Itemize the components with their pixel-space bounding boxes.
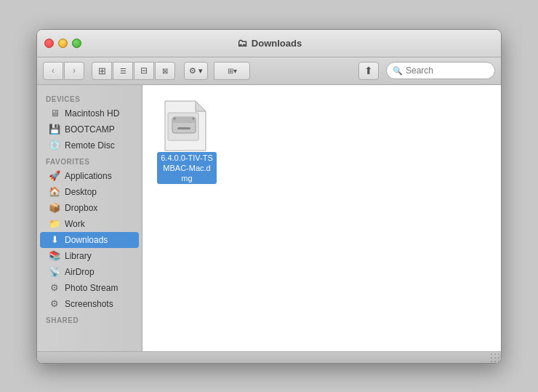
work-folder-icon: 📁 bbox=[49, 218, 60, 230]
titlebar: 🗂 Downloads bbox=[37, 30, 501, 57]
svg-marker-1 bbox=[196, 101, 206, 111]
search-icon: 🔍 bbox=[393, 66, 403, 76]
minimize-button[interactable] bbox=[58, 39, 68, 48]
sidebar-label-macintosh-hd: Macintosh HD bbox=[65, 108, 119, 119]
sidebar-label-dropbox: Dropbox bbox=[65, 203, 97, 213]
sidebar: DEVICES 🖥 Macintosh HD 💾 BOOTCAMP 💿 Remo… bbox=[37, 85, 142, 351]
icon-view-button[interactable]: ⊞ bbox=[92, 62, 112, 80]
sidebar-item-work[interactable]: 📁 Work bbox=[40, 216, 139, 232]
sidebar-label-photo-stream: Photo Stream bbox=[65, 283, 118, 293]
sidebar-label-work: Work bbox=[65, 219, 85, 229]
nav-buttons: ‹ › bbox=[43, 62, 84, 80]
airdrop-icon: 📡 bbox=[49, 266, 60, 278]
svg-point-6 bbox=[174, 117, 176, 119]
arrange-button-group: ⊞▾ bbox=[214, 62, 250, 80]
sidebar-label-downloads: Downloads bbox=[65, 235, 108, 245]
dmg-file-icon bbox=[162, 100, 209, 152]
file-item-dmg[interactable]: 6.4.0.0-TIV-TSMBAC-Mac.dmg bbox=[154, 97, 220, 188]
sidebar-label-airdrop: AirDrop bbox=[65, 267, 95, 277]
forward-button[interactable]: › bbox=[64, 62, 84, 80]
sidebar-label-screenshots: Screenshots bbox=[65, 299, 113, 309]
maximize-button[interactable] bbox=[72, 39, 81, 48]
library-icon: 📚 bbox=[49, 250, 60, 262]
applications-icon: 🚀 bbox=[49, 170, 60, 182]
sidebar-label-applications: Applications bbox=[65, 171, 112, 181]
dmg-icon-wrapper bbox=[162, 100, 212, 149]
desktop-icon: 🏠 bbox=[49, 186, 60, 198]
action-arrow-icon: ▾ bbox=[198, 66, 203, 76]
close-button[interactable] bbox=[44, 39, 54, 48]
sidebar-item-screenshots[interactable]: ⚙ Screenshots bbox=[40, 296, 139, 312]
window-resize-bar bbox=[37, 351, 501, 363]
sidebar-item-bootcamp[interactable]: 💾 BOOTCAMP bbox=[40, 121, 139, 137]
icon-view-icon: ⊞ bbox=[98, 65, 106, 76]
hard-drive-icon: 🖥 bbox=[49, 108, 60, 119]
main-area: DEVICES 🖥 Macintosh HD 💾 BOOTCAMP 💿 Remo… bbox=[37, 85, 501, 351]
content-area: 6.4.0.0-TIV-TSMBAC-Mac.dmg bbox=[142, 85, 501, 351]
screenshots-icon: ⚙ bbox=[49, 298, 60, 310]
sidebar-item-macintosh-hd[interactable]: 🖥 Macintosh HD bbox=[40, 105, 139, 121]
devices-label: DEVICES bbox=[37, 91, 142, 105]
sidebar-item-remote-disc[interactable]: 💿 Remote Disc bbox=[40, 137, 139, 153]
column-view-icon: ⊟ bbox=[140, 65, 148, 76]
file-label: 6.4.0.0-TIV-TSMBAC-Mac.dmg bbox=[157, 152, 217, 185]
dropbox-icon: 📦 bbox=[49, 202, 60, 214]
titlebar-folder-icon: 🗂 bbox=[236, 37, 248, 49]
coverflow-view-icon: ⊠ bbox=[162, 67, 168, 75]
disc-icon: 💿 bbox=[49, 140, 60, 151]
sidebar-item-desktop[interactable]: 🏠 Desktop bbox=[40, 184, 139, 200]
finder-window: 🗂 Downloads ‹ › ⊞ ☰ ⊟ ⊠ bbox=[36, 29, 502, 364]
arrange-button[interactable]: ⊞▾ bbox=[214, 62, 250, 80]
bootcamp-icon: 💾 bbox=[49, 124, 60, 135]
sidebar-item-library[interactable]: 📚 Library bbox=[40, 248, 139, 264]
window-title: Downloads bbox=[252, 38, 302, 49]
search-input[interactable] bbox=[406, 65, 489, 76]
sidebar-item-dropbox[interactable]: 📦 Dropbox bbox=[40, 200, 139, 216]
coverflow-view-button[interactable]: ⊠ bbox=[155, 62, 175, 80]
column-view-button[interactable]: ⊟ bbox=[134, 62, 154, 80]
sidebar-item-downloads[interactable]: ⬇ Downloads bbox=[40, 232, 139, 248]
sidebar-label-library: Library bbox=[65, 251, 92, 261]
sidebar-label-remote-disc: Remote Disc bbox=[65, 140, 115, 151]
search-box[interactable]: 🔍 bbox=[386, 62, 495, 79]
share-button[interactable]: ⬆ bbox=[358, 62, 379, 80]
svg-rect-4 bbox=[172, 117, 196, 123]
back-button[interactable]: ‹ bbox=[43, 62, 63, 80]
downloads-icon: ⬇ bbox=[49, 234, 60, 246]
gear-icon: ⚙ bbox=[189, 66, 196, 76]
photo-stream-icon: ⚙ bbox=[49, 282, 60, 294]
svg-point-7 bbox=[193, 117, 195, 119]
list-view-icon: ☰ bbox=[120, 67, 127, 75]
svg-rect-5 bbox=[177, 127, 190, 129]
shared-label: SHARED bbox=[37, 312, 142, 327]
action-button[interactable]: ⚙ ▾ bbox=[184, 62, 208, 80]
traffic-lights bbox=[44, 39, 81, 48]
resize-grip[interactable] bbox=[489, 352, 499, 362]
list-view-button[interactable]: ☰ bbox=[113, 62, 133, 80]
sidebar-item-applications[interactable]: 🚀 Applications bbox=[40, 168, 139, 184]
sidebar-label-bootcamp: BOOTCAMP bbox=[65, 124, 115, 135]
arrange-icon: ⊞▾ bbox=[228, 67, 237, 75]
favorites-label: FAVORITES bbox=[37, 153, 142, 168]
sidebar-item-airdrop[interactable]: 📡 AirDrop bbox=[40, 264, 139, 280]
window-title-area: 🗂 Downloads bbox=[236, 37, 302, 49]
toolbar: ‹ › ⊞ ☰ ⊟ ⊠ ⚙ ▾ ⊞▾ bbox=[37, 57, 501, 85]
sidebar-label-desktop: Desktop bbox=[65, 187, 97, 197]
sidebar-item-photo-stream[interactable]: ⚙ Photo Stream bbox=[40, 280, 139, 296]
view-buttons: ⊞ ☰ ⊟ ⊠ bbox=[92, 62, 175, 80]
share-icon: ⬆ bbox=[364, 65, 373, 76]
